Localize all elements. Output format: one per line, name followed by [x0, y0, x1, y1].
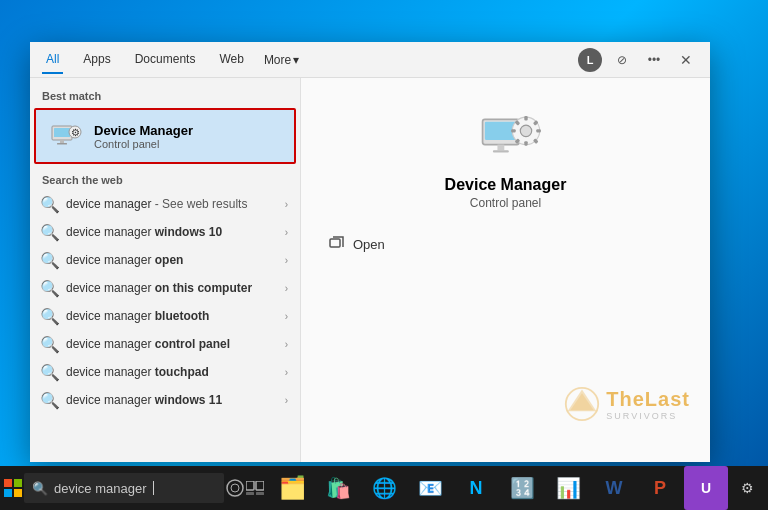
svg-rect-31 — [256, 492, 264, 495]
svg-rect-28 — [246, 481, 254, 490]
watermark-brand: TheLast — [606, 388, 690, 411]
taskbar-app6[interactable]: 🔢 — [500, 466, 544, 510]
close-button[interactable]: ✕ — [674, 48, 698, 72]
web-result-2[interactable]: 🔍 device manager windows 10 › — [30, 218, 300, 246]
tray-network-icon[interactable]: 🖥 — [764, 466, 768, 510]
search-icon-2: 🔍 — [42, 224, 58, 240]
taskbar-excel[interactable]: 📊 — [546, 466, 590, 510]
search-icon-1: 🔍 — [42, 196, 58, 212]
system-tray: ⚙ 🖥 🔊 4:30 PM 1/1/2023 — [732, 466, 768, 510]
svg-rect-12 — [524, 116, 527, 121]
search-icon-6: 🔍 — [42, 336, 58, 352]
chevron-right-icon-5: › — [285, 311, 288, 322]
svg-point-27 — [231, 484, 239, 492]
svg-rect-22 — [4, 479, 12, 487]
taskbar-mail[interactable]: 📧 — [408, 466, 452, 510]
svg-rect-9 — [492, 150, 508, 152]
user-avatar[interactable]: L — [578, 48, 602, 72]
start-button[interactable] — [4, 466, 22, 510]
chevron-right-icon-8: › — [285, 395, 288, 406]
svg-rect-8 — [497, 145, 504, 151]
right-app-subtitle: Control panel — [470, 196, 541, 210]
taskbar-chrome[interactable]: 🌐 — [362, 466, 406, 510]
svg-rect-29 — [256, 481, 264, 490]
svg-rect-24 — [4, 489, 12, 497]
taskbar: 🔍 device manager 🗂️ 🛍️ 🌐 📧 N 🔢 📊 W P U — [0, 466, 768, 510]
right-panel: Device Manager Control panel Open — [300, 78, 710, 462]
search-content: Best match ⚙ — [30, 78, 710, 462]
chevron-right-icon-3: › — [285, 255, 288, 266]
web-result-5[interactable]: 🔍 device manager bluetooth › — [30, 302, 300, 330]
search-web-label: Search the web — [30, 166, 300, 190]
chevron-right-icon-2: › — [285, 227, 288, 238]
taskbar-store[interactable]: 🛍️ — [316, 466, 360, 510]
svg-rect-20 — [330, 239, 340, 247]
open-label: Open — [353, 237, 385, 252]
device-manager-icon-large — [478, 108, 534, 164]
search-icon-3: 🔍 — [42, 252, 58, 268]
search-icon-7: 🔍 — [42, 364, 58, 380]
svg-rect-2 — [60, 140, 64, 143]
web-result-3[interactable]: 🔍 device manager open › — [30, 246, 300, 274]
taskbar-explorer[interactable]: 🗂️ — [270, 466, 314, 510]
taskbar-word[interactable]: W — [592, 466, 636, 510]
svg-rect-14 — [511, 129, 516, 132]
task-view-button[interactable] — [246, 466, 264, 510]
taskbar-apps: 🗂️ 🛍️ 🌐 📧 N 🔢 📊 W P U — [270, 466, 728, 510]
chevron-right-icon-4: › — [285, 283, 288, 294]
svg-rect-30 — [246, 492, 254, 495]
text-cursor — [153, 481, 154, 495]
svg-point-11 — [520, 125, 531, 136]
tab-apps[interactable]: Apps — [79, 46, 114, 74]
tab-all[interactable]: All — [42, 46, 63, 74]
chevron-right-icon-6: › — [285, 339, 288, 350]
tab-controls: L ⊘ ••• ✕ — [578, 48, 698, 72]
svg-point-26 — [227, 480, 243, 496]
watermark-sub: SURVIVORS — [606, 411, 677, 421]
left-panel: Best match ⚙ — [30, 78, 300, 462]
svg-rect-13 — [524, 141, 527, 146]
svg-rect-3 — [57, 143, 67, 145]
web-result-4[interactable]: 🔍 device manager on this computer › — [30, 274, 300, 302]
web-result-7[interactable]: 🔍 device manager touchpad › — [30, 358, 300, 386]
best-match-text: Device Manager Control panel — [94, 123, 193, 150]
web-result-6[interactable]: 🔍 device manager control panel › — [30, 330, 300, 358]
search-icon-8: 🔍 — [42, 392, 58, 408]
search-icon-5: 🔍 — [42, 308, 58, 324]
svg-rect-25 — [14, 489, 22, 497]
tab-more[interactable]: More ▾ — [264, 53, 299, 67]
right-app-name: Device Manager — [445, 176, 567, 194]
web-result-1[interactable]: 🔍 device manager - See web results › — [30, 190, 300, 218]
tab-documents[interactable]: Documents — [131, 46, 200, 74]
right-actions: Open — [321, 230, 690, 258]
svg-rect-15 — [536, 129, 541, 132]
best-match-name: Device Manager — [94, 123, 193, 138]
desktop: All Apps Documents Web More ▾ L ⊘ ••• ✕ … — [0, 0, 768, 510]
person-icon[interactable]: ⊘ — [610, 48, 634, 72]
more-options-icon[interactable]: ••• — [642, 48, 666, 72]
svg-rect-1 — [54, 128, 70, 137]
best-match-subtitle: Control panel — [94, 138, 193, 150]
taskbar-powerpoint[interactable]: P — [638, 466, 682, 510]
svg-rect-23 — [14, 479, 22, 487]
device-manager-icon-small: ⚙ — [48, 118, 84, 154]
taskbar-app9[interactable]: U — [684, 466, 728, 510]
chevron-right-icon-7: › — [285, 367, 288, 378]
watermark: TheLast SURVIVORS — [564, 386, 690, 422]
taskbar-notepad[interactable]: N — [454, 466, 498, 510]
web-result-8[interactable]: 🔍 device manager windows 11 › — [30, 386, 300, 414]
best-match-label: Best match — [30, 86, 300, 106]
search-window: All Apps Documents Web More ▾ L ⊘ ••• ✕ … — [30, 42, 710, 462]
search-tabs: All Apps Documents Web More ▾ L ⊘ ••• ✕ — [30, 42, 710, 78]
chevron-right-icon-1: › — [285, 199, 288, 210]
tray-settings-icon[interactable]: ⚙ — [732, 466, 762, 510]
svg-text:⚙: ⚙ — [71, 127, 80, 138]
action-open[interactable]: Open — [321, 230, 690, 258]
tab-web[interactable]: Web — [215, 46, 247, 74]
open-window-icon — [329, 236, 345, 252]
best-match-item[interactable]: ⚙ Device Manager Control panel — [34, 108, 296, 164]
taskbar-search-bar[interactable]: 🔍 device manager — [24, 473, 224, 503]
taskbar-search-input[interactable]: device manager — [54, 481, 147, 496]
search-icon-4: 🔍 — [42, 280, 58, 296]
cortana-button[interactable] — [226, 466, 244, 510]
